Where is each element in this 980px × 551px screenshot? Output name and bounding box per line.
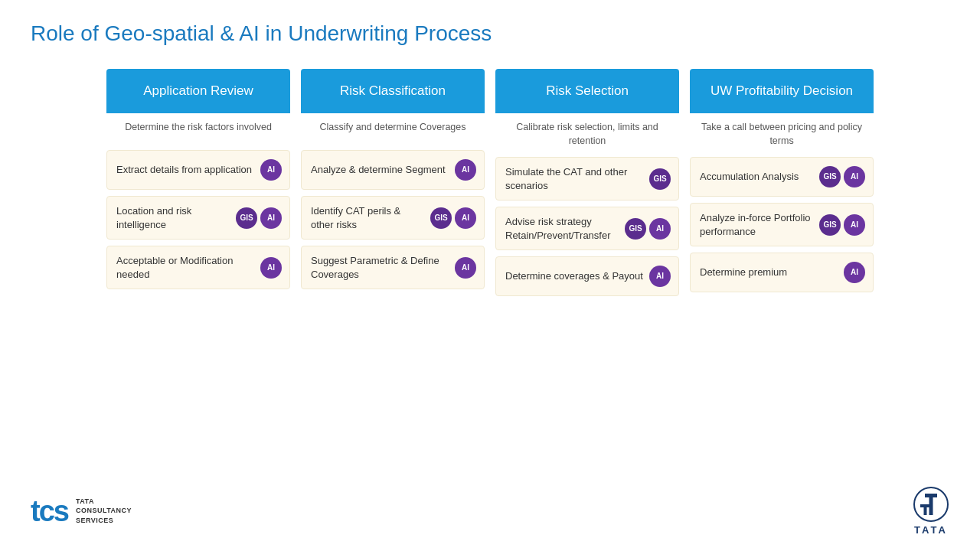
tcs-line2: CONSULTANCY: [76, 506, 132, 516]
card-text-col3-1: Advise risk strategy Retain/Prevent/Tran…: [505, 215, 625, 242]
page-title: Role of Geo-spatial & AI in Underwriting…: [0, 0, 980, 61]
column-header-col1: Application Review: [106, 69, 290, 113]
column-header-col4: UW Profitability Decision: [690, 69, 874, 113]
badge-ai-icon: AI: [455, 159, 476, 181]
footer: tcs TATA CONSULTANCY SERVICES TATA: [0, 486, 980, 536]
column-subtitle-col4: Take a call between pricing and policy t…: [690, 113, 874, 154]
badge-ai-icon: AI: [844, 262, 865, 283]
badges-col3-1: GISAI: [625, 218, 671, 240]
badges-col1-1: GISAI: [236, 207, 282, 229]
badges-col4-2: AI: [844, 262, 865, 283]
cards-list-col1: Extract details from applicationAILocati…: [106, 147, 290, 289]
badge-ai-icon: AI: [844, 166, 865, 187]
card-col1-0: Extract details from applicationAI: [106, 150, 290, 190]
tata-emblem-icon: [913, 486, 949, 523]
card-col1-1: Location and risk intelligenceGISAI: [106, 196, 290, 240]
badge-gis-icon: GIS: [819, 166, 841, 187]
card-text-col4-2: Determine premium: [700, 266, 844, 279]
badge-gis-icon: GIS: [819, 214, 841, 236]
card-col3-1: Advise risk strategy Retain/Prevent/Tran…: [495, 207, 679, 250]
cards-list-col2: Analyze & determine SegmentAIIdentify CA…: [301, 147, 485, 289]
badge-ai-icon: AI: [260, 207, 282, 229]
badge-gis-icon: GIS: [430, 207, 452, 229]
card-text-col1-0: Extract details from application: [116, 163, 260, 177]
tcs-letters-icon: tcs: [31, 497, 68, 526]
card-col1-2: Acceptable or Modification neededAI: [106, 246, 290, 289]
badge-ai-icon: AI: [260, 257, 282, 279]
card-col2-1: Identify CAT perils & other risksGISAI: [301, 196, 485, 240]
badge-gis-icon: GIS: [649, 168, 671, 190]
card-col4-1: Analyze in-force Portfolio performanceGI…: [690, 203, 874, 246]
cards-list-col4: Accumulation AnalysisGISAIAnalyze in-for…: [690, 154, 874, 292]
card-col2-0: Analyze & determine SegmentAI: [301, 150, 485, 190]
card-col3-0: Simulate the CAT and other scenariosGIS: [495, 157, 679, 201]
card-col4-2: Determine premiumAI: [690, 253, 874, 292]
badges-col1-0: AI: [260, 159, 282, 181]
badge-gis-icon: GIS: [625, 218, 646, 240]
card-text-col1-2: Acceptable or Modification needed: [116, 254, 260, 281]
column-col2: Risk ClassificationClassify and determin…: [301, 69, 485, 296]
card-col3-2: Determine coverages & PayoutAI: [495, 256, 679, 296]
card-col4-0: Accumulation AnalysisGISAI: [690, 157, 874, 197]
tcs-text-block: TATA CONSULTANCY SERVICES: [76, 497, 132, 526]
column-subtitle-col1: Determine the risk factors involved: [106, 113, 290, 147]
badges-col4-1: GISAI: [819, 214, 865, 236]
column-subtitle-col2: Classify and determine Coverages: [301, 113, 485, 147]
badges-col1-2: AI: [260, 257, 282, 279]
badges-col3-2: AI: [649, 266, 671, 287]
card-text-col3-2: Determine coverages & Payout: [505, 269, 649, 283]
badges-col3-0: GIS: [649, 168, 671, 190]
column-col1: Application ReviewDetermine the risk fac…: [106, 69, 290, 296]
tcs-line3: SERVICES: [76, 516, 132, 526]
card-col2-2: Suggest Parametric & Define CoveragesAI: [301, 246, 485, 289]
column-col3: Risk SelectionCalibrate risk selection, …: [495, 69, 679, 296]
svg-rect-4: [924, 504, 927, 515]
badge-ai-icon: AI: [649, 218, 671, 240]
card-text-col4-0: Accumulation Analysis: [700, 170, 819, 184]
column-header-col2: Risk Classification: [301, 69, 485, 113]
card-text-col4-1: Analyze in-force Portfolio performance: [700, 211, 819, 238]
tcs-line1: TATA: [76, 497, 132, 507]
tata-logo: TATA: [913, 486, 949, 536]
card-text-col1-1: Location and risk intelligence: [116, 204, 236, 231]
card-text-col3-0: Simulate the CAT and other scenarios: [505, 165, 649, 192]
badge-gis-icon: GIS: [236, 207, 257, 229]
columns-container: Application ReviewDetermine the risk fac…: [0, 61, 980, 296]
badge-ai-icon: AI: [455, 257, 476, 279]
card-text-col2-1: Identify CAT perils & other risks: [311, 204, 430, 231]
badges-col4-0: GISAI: [819, 166, 865, 187]
badge-ai-icon: AI: [844, 214, 865, 236]
column-subtitle-col3: Calibrate risk selection, limits and ret…: [495, 113, 679, 154]
badge-ai-icon: AI: [649, 266, 671, 287]
badge-ai-icon: AI: [260, 159, 282, 181]
badges-col2-1: GISAI: [430, 207, 476, 229]
card-text-col2-2: Suggest Parametric & Define Coverages: [311, 254, 455, 281]
cards-list-col3: Simulate the CAT and other scenariosGISA…: [495, 154, 679, 296]
tcs-logo: tcs TATA CONSULTANCY SERVICES: [31, 497, 132, 526]
card-text-col2-0: Analyze & determine Segment: [311, 163, 455, 177]
tata-text: TATA: [914, 524, 948, 536]
column-header-col3: Risk Selection: [495, 69, 679, 113]
column-col4: UW Profitability DecisionTake a call bet…: [690, 69, 874, 296]
badges-col2-2: AI: [455, 257, 476, 279]
badges-col2-0: AI: [455, 159, 476, 181]
badge-ai-icon: AI: [455, 207, 476, 229]
